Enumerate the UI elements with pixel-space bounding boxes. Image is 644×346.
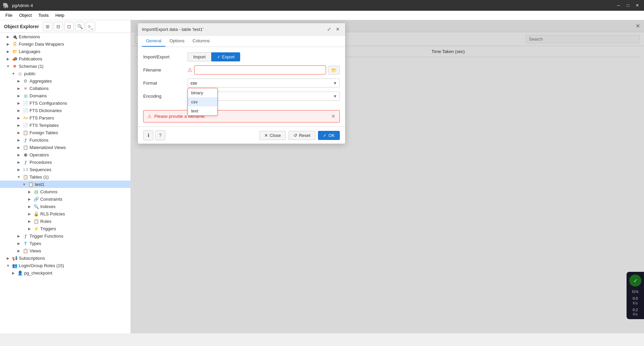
format-option-text[interactable]: text — [188, 106, 217, 115]
toggle-collations[interactable]: ▶ — [16, 86, 21, 91]
toggle-triggers[interactable]: ▶ — [27, 226, 32, 231]
sidebar-item-fts-dict[interactable]: ▶ 📄 FTS Dictionaries — [0, 107, 130, 114]
toggle-trigger-functions[interactable]: ▶ — [16, 233, 21, 239]
sidebar-item-constraints[interactable]: ▶ 🔗 Constraints — [0, 195, 130, 203]
toggle-subscriptions[interactable]: ▶ — [5, 255, 11, 261]
sidebar-item-tables[interactable]: ▼ 📋 Tables (1) — [0, 173, 130, 181]
toggle-columns[interactable]: ▶ — [27, 189, 32, 194]
sidebar-item-pg-checkpoint[interactable]: ▶ 👤 pg_checkpoint — [0, 269, 130, 277]
toggle-mat-views[interactable]: ▶ — [16, 145, 21, 150]
menu-file[interactable]: File — [3, 12, 15, 18]
toggle-views[interactable]: ▶ — [16, 248, 21, 253]
format-option-csv[interactable]: csv — [188, 97, 217, 106]
toggle-fdw[interactable]: ▶ — [5, 41, 11, 47]
sidebar-item-languages[interactable]: ▶ 📁 Languages — [0, 48, 130, 55]
sidebar-item-triggers[interactable]: ▶ ⚡ Triggers — [0, 225, 130, 232]
reset-button[interactable]: ↺ Reset — [288, 131, 315, 140]
sidebar-item-fdw[interactable]: ▶ 🗄 Foreign Data Wrappers — [0, 40, 130, 48]
sidebar-item-subscriptions[interactable]: ▶ 📢 Subscriptions — [0, 254, 130, 262]
toggle-fts-templates[interactable]: ▶ — [16, 122, 21, 128]
sidebar-item-aggregates[interactable]: ▶ ⚙ Aggregates — [0, 77, 130, 85]
maximize-button[interactable]: □ — [624, 2, 632, 9]
toggle-public[interactable]: ▼ — [11, 71, 16, 76]
view-grid-button[interactable]: ⊞ — [43, 22, 52, 31]
toggle-tables[interactable]: ▼ — [16, 174, 21, 180]
filename-row: Filename ⚠ 📁 — [143, 65, 340, 75]
close-button[interactable]: ✕ Close — [259, 131, 286, 140]
filename-input[interactable] — [194, 65, 326, 75]
format-option-binary[interactable]: binary — [188, 88, 217, 97]
toggle-test1[interactable]: ▼ — [21, 182, 27, 187]
import-button[interactable]: Import — [187, 52, 211, 61]
toggle-languages[interactable]: ▶ — [5, 49, 11, 54]
query-button[interactable]: ⊡ — [64, 22, 74, 31]
browse-button[interactable]: 📁 — [328, 66, 340, 75]
format-select[interactable]: binary csv text — [187, 79, 340, 88]
sidebar-item-indexes[interactable]: ▶ 🔍 Indexes — [0, 203, 130, 210]
modal-tab-columns[interactable]: Columns — [189, 36, 214, 47]
info-button[interactable]: ℹ — [143, 130, 153, 140]
toggle-constraints[interactable]: ▶ — [27, 196, 32, 202]
toggle-aggregates[interactable]: ▶ — [16, 78, 21, 84]
sidebar-item-domains[interactable]: ▶ ◎ Domains — [0, 92, 130, 99]
toggle-fts-parsers[interactable]: ▶ — [16, 115, 21, 120]
modal-expand-button[interactable]: ⤢ — [326, 26, 332, 33]
close-window-button[interactable]: ✕ — [633, 2, 641, 9]
filename-label: Filename — [143, 65, 183, 72]
toggle-rls-policies[interactable]: ▶ — [27, 211, 32, 216]
sidebar-item-foreign-tables[interactable]: ▶ 📋 Foreign Tables — [0, 129, 130, 136]
toggle-extensions[interactable]: ▶ — [5, 34, 11, 39]
sidebar-item-functions[interactable]: ▶ ƒ Functions — [0, 136, 130, 144]
toggle-types[interactable]: ▶ — [16, 241, 21, 246]
help-button[interactable]: ? — [155, 130, 165, 140]
toggle-fts-conf[interactable]: ▶ — [16, 100, 21, 106]
toggle-login-roles[interactable]: ▼ — [5, 263, 11, 268]
toggle-indexes[interactable]: ▶ — [27, 204, 32, 209]
sidebar-item-fts-templates[interactable]: ▶ 📄 FTS Templates — [0, 121, 130, 129]
toggle-rules[interactable]: ▶ — [27, 218, 32, 224]
toggle-pg-checkpoint[interactable]: ▶ — [11, 270, 16, 276]
sidebar-item-trigger-functions[interactable]: ▶ ƒ Trigger Functions — [0, 232, 130, 240]
toggle-operators[interactable]: ▶ — [16, 152, 21, 157]
error-bar-close-button[interactable]: ✕ — [331, 113, 335, 119]
export-button[interactable]: ✓Export — [211, 52, 240, 61]
modal-tab-general[interactable]: General — [142, 36, 165, 47]
sidebar-item-operators[interactable]: ▶ ⊕ Operators — [0, 151, 130, 158]
modal-close-title-button[interactable]: ✕ — [334, 26, 341, 33]
sidebar-item-extensions[interactable]: ▶ 🔌 Extensions — [0, 33, 130, 40]
title-bar-controls: ─ □ ✕ — [614, 2, 641, 9]
sidebar-item-login-roles[interactable]: ▼ 👥 Login/Group Roles (15) — [0, 262, 130, 269]
sidebar-item-sequences[interactable]: ▶ 1.3 Sequences — [0, 166, 130, 173]
sidebar-item-views[interactable]: ▶ 📋 Views — [0, 247, 130, 254]
sidebar-item-columns[interactable]: ▶ ▤ Columns — [0, 188, 130, 195]
toggle-procedures[interactable]: ▶ — [16, 159, 21, 165]
menu-tools[interactable]: Tools — [36, 12, 51, 18]
toggle-functions[interactable]: ▶ — [16, 137, 21, 143]
sidebar-item-mat-views[interactable]: ▶ 📋 Materialized Views — [0, 144, 130, 151]
modal-tab-options[interactable]: Options — [165, 36, 189, 47]
terminal-button[interactable]: >_ — [86, 22, 95, 31]
sidebar-item-rules[interactable]: ▶ 📋 Rules — [0, 217, 130, 225]
sidebar-item-procedures[interactable]: ▶ ƒ Procedures — [0, 158, 130, 166]
sidebar-item-fts-conf[interactable]: ▶ 📄 FTS Configurations — [0, 99, 130, 107]
sidebar-item-test1[interactable]: ▼ 📋 test1 — [0, 181, 130, 188]
minimize-button[interactable]: ─ — [614, 2, 623, 9]
toggle-domains[interactable]: ▶ — [16, 93, 21, 98]
sidebar-item-publications[interactable]: ▶ 📣 Publications — [0, 55, 130, 62]
toggle-foreign-tables[interactable]: ▶ — [16, 130, 21, 135]
sidebar-item-schemas[interactable]: ▼ ❖ Schemas (1) — [0, 62, 130, 70]
sidebar-item-collations[interactable]: ▶ ≡ Collations — [0, 85, 130, 92]
toggle-fts-dict[interactable]: ▶ — [16, 108, 21, 113]
sidebar-item-public[interactable]: ▼ ◇ public — [0, 70, 130, 77]
sidebar-item-types[interactable]: ▶ T Types — [0, 240, 130, 247]
sidebar-item-fts-parsers[interactable]: ▶ Aa FTS Parsers — [0, 114, 130, 121]
menu-object[interactable]: Object — [16, 12, 35, 18]
toggle-schemas[interactable]: ▼ — [5, 63, 11, 69]
view-table-button[interactable]: ⊟ — [54, 22, 63, 31]
menu-help[interactable]: Help — [53, 12, 67, 18]
sidebar-item-rls-policies[interactable]: ▶ 🔒 RLS Policies — [0, 210, 130, 217]
toggle-publications[interactable]: ▶ — [5, 56, 11, 61]
search-button[interactable]: 🔍 — [75, 22, 85, 31]
toggle-sequences[interactable]: ▶ — [16, 167, 21, 172]
ok-button[interactable]: ✓ OK — [318, 131, 340, 140]
